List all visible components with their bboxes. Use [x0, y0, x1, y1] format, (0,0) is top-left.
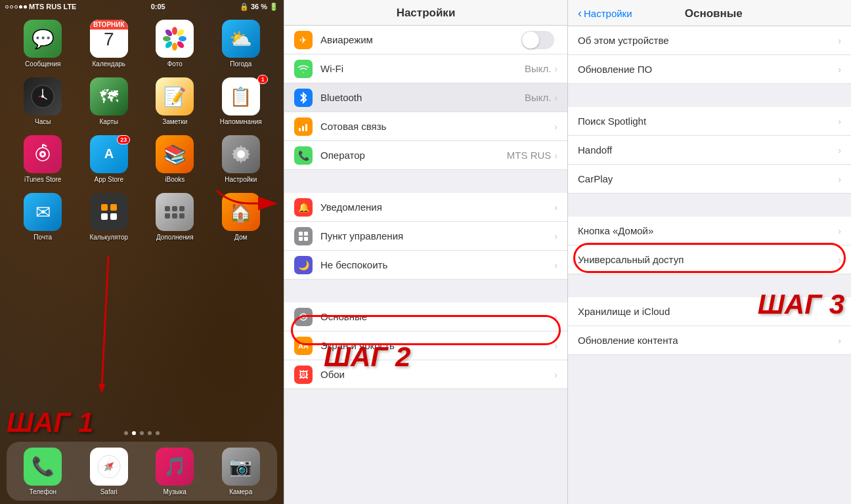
app-ibooks[interactable]: 📚 iBooks	[150, 135, 200, 183]
app-messages[interactable]: 💬 Сообщения	[18, 20, 68, 68]
calc-label: Калькулятор	[89, 234, 128, 241]
operator-icon: 📞	[294, 146, 313, 165]
bluetooth-value: Выкл.	[525, 92, 551, 103]
app-maps[interactable]: 🗺 Карты	[84, 77, 133, 125]
notifications-icon: 🔔	[294, 198, 313, 217]
messages-icon: 💬	[24, 20, 62, 58]
settings-row-accessibility[interactable]: Универсальный доступ ›	[568, 245, 851, 274]
svg-point-18	[41, 153, 44, 156]
extras-icon	[156, 193, 194, 231]
app-row-2: Часы 🗺 Карты 📝 Заметки 📋 1 Напоминания	[10, 77, 274, 125]
app-reminders[interactable]: 📋 1 Напоминания	[216, 77, 265, 125]
app-mail[interactable]: ✉ Почта	[18, 193, 68, 241]
dot-4	[148, 431, 152, 435]
cellular-icon	[294, 117, 313, 136]
airplane-toggle[interactable]	[521, 31, 554, 49]
reminders-label: Напоминания	[220, 118, 262, 125]
app-grid: 💬 Сообщения ВТОРНИК 7 Календарь	[0, 13, 284, 428]
settings-app-label: Настройки	[225, 176, 257, 183]
app-calc[interactable]: Калькулятор	[84, 193, 133, 241]
general-settings-chevron: ›	[554, 312, 557, 322]
settings-row-wifi[interactable]: Wi-Fi Выкл. ›	[284, 54, 567, 83]
dock-phone[interactable]: 📞 Телефон	[18, 448, 68, 495]
dock-music[interactable]: 🎵 Музыка	[150, 448, 200, 495]
bluetooth-label: Bluetooth	[320, 92, 525, 103]
settings-row-control-center[interactable]: Пункт управления ›	[284, 222, 567, 251]
general-panel: ‹ Настройки Основные Об этом устройстве …	[567, 0, 851, 504]
operator-label: Оператор	[320, 150, 507, 161]
settings-row-airplane[interactable]: ✈ Авиарежим	[284, 26, 567, 54]
settings-row-update[interactable]: Обновление ПО ›	[568, 55, 851, 84]
settings-row-general[interactable]: Основные ›	[284, 303, 567, 331]
app-photos[interactable]: Фото	[150, 20, 200, 68]
left-status-right: 🔒 36 % 🔋	[240, 3, 278, 11]
carrier-name: MTS RUS	[29, 3, 62, 10]
app-notes[interactable]: 📝 Заметки	[150, 77, 200, 125]
app-weather[interactable]: ⛅ Погода	[216, 20, 265, 68]
accessibility-label: Универсальный доступ	[578, 254, 838, 265]
spotlight-label: Поиск Spotlight	[578, 116, 838, 127]
signal-dots	[5, 5, 27, 9]
dock-safari[interactable]: Safari	[84, 448, 133, 495]
settings-row-home-button[interactable]: Кнопка «Домой» ›	[568, 217, 851, 245]
clock-icon	[24, 77, 62, 116]
svg-point-4	[179, 36, 186, 41]
cellular-chevron: ›	[554, 121, 557, 132]
network-type: LTE	[64, 3, 77, 10]
settings-content: ✈ Авиарежим Wi-Fi Выкл. ›	[284, 26, 567, 504]
svg-point-39	[302, 316, 305, 318]
settings-panel-title: Настройки	[294, 7, 557, 20]
settings-row-operator[interactable]: 📞 Оператор MTS RUS ›	[284, 141, 567, 170]
notifications-chevron: ›	[554, 202, 557, 213]
control-center-label: Пункт управления	[320, 230, 554, 242]
safari-icon	[90, 448, 128, 486]
app-home[interactable]: 🏠 Дом	[216, 193, 265, 241]
settings-row-cellular[interactable]: Сотовая связь ›	[284, 112, 567, 141]
separator-r1	[568, 84, 851, 107]
settings-row-refresh[interactable]: Обновление контента ›	[568, 326, 851, 355]
settings-row-carplay[interactable]: CarPlay ›	[568, 165, 851, 194]
app-row-4: ✉ Почта Калькулятор	[10, 193, 274, 241]
separator-r2	[568, 194, 851, 217]
photos-icon	[156, 20, 194, 58]
accessibility-chevron: ›	[838, 255, 841, 265]
home-button-label: Кнопка «Домой»	[578, 225, 838, 236]
dock-camera[interactable]: 📷 Камера	[216, 448, 265, 495]
app-itunes[interactable]: iTunes Store	[18, 135, 68, 183]
music-label: Музыка	[164, 488, 186, 495]
settings-row-bluetooth[interactable]: Bluetooth Выкл. ›	[284, 83, 567, 112]
maps-label: Карты	[100, 118, 119, 125]
spotlight-chevron: ›	[838, 116, 841, 127]
settings-row-dnd[interactable]: 🌙 Не беспокоить ›	[284, 251, 567, 280]
app-calendar[interactable]: ВТОРНИК 7 Календарь	[84, 20, 133, 68]
left-status-left: MTS RUS LTE	[5, 3, 76, 10]
wifi-chevron: ›	[554, 64, 557, 74]
separator-1	[284, 170, 567, 193]
carplay-label: CarPlay	[578, 173, 838, 184]
wifi-label: Wi-Fi	[320, 63, 525, 74]
back-button[interactable]: ‹ Настройки	[578, 7, 632, 20]
settings-row-about[interactable]: Об этом устройстве ›	[568, 26, 851, 55]
cellular-label: Сотовая связь	[320, 121, 554, 132]
settings-row-handoff[interactable]: Handoff ›	[568, 136, 851, 165]
settings-row-notifications[interactable]: 🔔 Уведомления ›	[284, 193, 567, 222]
settings-app-icon	[222, 135, 260, 173]
app-appstore[interactable]: A 23 App Store	[84, 135, 133, 183]
svg-rect-33	[305, 124, 307, 131]
weather-icon: ⛅	[222, 20, 260, 58]
wifi-value: Выкл.	[525, 63, 551, 74]
dot-3	[140, 431, 144, 435]
extras-label: Дополнения	[156, 234, 194, 241]
mail-label: Почта	[33, 234, 52, 241]
brightness-chevron: ›	[554, 341, 557, 351]
app-clock[interactable]: Часы	[18, 77, 68, 125]
update-chevron: ›	[838, 64, 841, 75]
left-phone-panel: MTS RUS LTE 0:05 🔒 36 % 🔋 💬 Сообщения ВТ…	[0, 0, 284, 504]
handoff-chevron: ›	[838, 145, 841, 156]
refresh-label: Обновление контента	[578, 335, 838, 346]
left-time: 0:05	[151, 3, 165, 10]
app-extras[interactable]: Дополнения	[150, 193, 200, 241]
app-settings[interactable]: Настройки	[216, 135, 265, 183]
settings-row-spotlight[interactable]: Поиск Spotlight ›	[568, 107, 851, 136]
notifications-label: Уведомления	[320, 201, 554, 213]
